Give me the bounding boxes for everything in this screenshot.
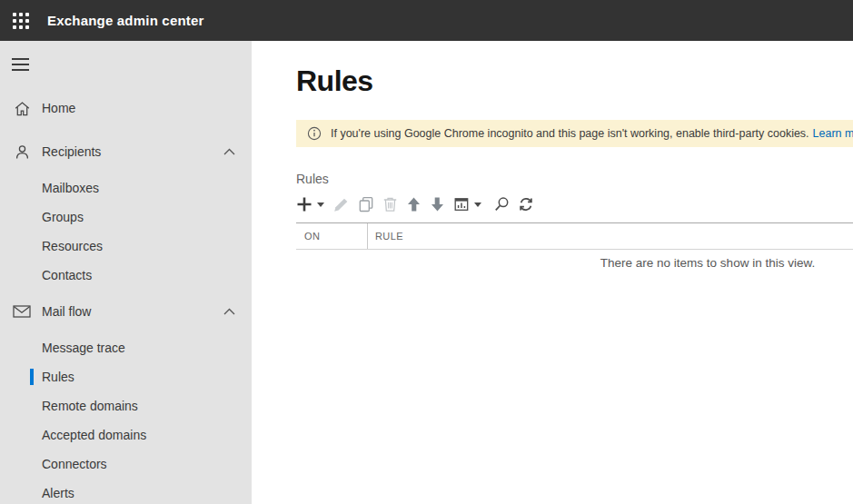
report-icon [453,196,470,212]
app-title: Exchange admin center [47,13,204,28]
pencil-icon [332,196,350,213]
arrow-up-icon [406,196,422,212]
learn-more-link[interactable]: Learn more [813,127,853,140]
sidebar-item-accepted-domains[interactable]: Accepted domains [0,420,252,450]
dropdown-caret-icon [317,203,324,207]
info-banner: If you're using Google Chrome incognito … [296,120,853,147]
sidebar-item-label: Home [42,101,75,115]
chevron-up-icon [223,148,235,155]
sidebar-item-alerts[interactable]: Alerts [0,479,252,504]
home-icon [13,99,31,117]
sidebar-item-recipients[interactable]: Recipients [0,130,252,173]
chevron-up-icon [223,308,235,315]
delete-button[interactable] [382,194,398,214]
person-icon [13,143,31,161]
envelope-icon [13,302,31,321]
copy-icon [358,196,374,212]
plus-icon [296,196,312,212]
dropdown-caret-icon [474,203,481,207]
hamburger-icon [12,58,29,60]
page-title: Rules [296,64,853,97]
move-up-button[interactable] [406,194,422,214]
trash-icon [382,196,398,212]
waffle-icon [13,13,29,29]
column-header-rule: RULE [368,223,403,249]
sidebar-item-label: Recipients [42,144,101,159]
sidebar: Home Recipients Mailboxes Groups Resourc… [0,41,252,504]
topbar: Exchange admin center [0,0,853,41]
arrow-down-icon [430,196,445,212]
column-header-on: ON [296,223,368,249]
sidebar-item-remote-domains[interactable]: Remote domains [0,391,252,420]
refresh-icon [518,196,534,212]
refresh-button[interactable] [518,194,534,214]
rule-report-button[interactable] [453,194,481,214]
copy-button[interactable] [358,194,374,214]
sidebar-item-rules[interactable]: Rules [0,362,252,391]
app-launcher-button[interactable] [0,0,42,41]
main-content: Rules If you're using Google Chrome inco… [252,41,853,504]
search-icon [493,196,510,212]
sidebar-item-contacts[interactable]: Contacts [0,261,252,290]
new-rule-button[interactable] [296,194,324,214]
list-section-label: Rules [296,172,853,186]
info-icon [307,126,322,141]
move-down-button[interactable] [430,194,445,214]
sidebar-item-home[interactable]: Home [0,86,252,130]
sidebar-item-message-trace[interactable]: Message trace [0,333,252,362]
hamburger-menu-button[interactable] [12,54,35,74]
sidebar-item-resources[interactable]: Resources [0,232,252,261]
sidebar-item-connectors[interactable]: Connectors [0,450,252,479]
banner-text: If you're using Google Chrome incognito … [331,127,809,140]
sidebar-item-groups[interactable]: Groups [0,203,252,232]
edit-button[interactable] [332,194,350,214]
empty-state-message: There are no items to show in this view. [296,256,853,270]
search-button[interactable] [493,194,510,214]
table-header: ON RULE [296,222,853,250]
rules-toolbar [296,193,853,216]
sidebar-item-label: Mail flow [42,304,91,319]
sidebar-item-mailboxes[interactable]: Mailboxes [0,173,252,203]
sidebar-item-mail-flow[interactable]: Mail flow [0,290,252,333]
